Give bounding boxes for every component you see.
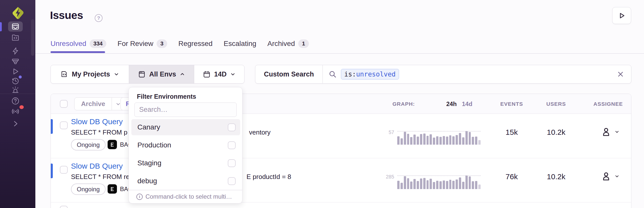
clock-rewind-icon — [11, 76, 20, 85]
column-header-assignee: ASSIGNEE — [583, 101, 633, 107]
env-option-checkbox[interactable] — [228, 123, 236, 131]
chevron-down-icon — [115, 101, 121, 107]
tab-count-badge: 3 — [157, 39, 167, 48]
code-folder-icon — [11, 33, 20, 42]
issue-state-tabs: Unresolved 334 For Review 3 Regressed Es… — [51, 38, 309, 49]
issue-message-continued: E productId = 8 — [246, 173, 291, 181]
issue-search-bar: Custom Search is:unresolved — [255, 65, 631, 84]
events-sparkline — [397, 131, 481, 145]
page-filter-group: My Projects All Envs 14D — [51, 65, 244, 84]
row-checkbox[interactable] — [60, 121, 68, 129]
tab-label: Escalating — [224, 40, 256, 48]
play-icon — [618, 12, 626, 19]
issue-title-link[interactable]: Slow DB Query — [71, 117, 123, 126]
graph-range-14d[interactable]: 14d — [462, 100, 472, 108]
funnel-icon — [11, 57, 20, 66]
env-option-staging[interactable]: Staging — [131, 155, 240, 171]
project-platform-icon — [108, 140, 117, 149]
issue-title-link[interactable]: Slow DB Query — [71, 162, 123, 170]
token-key: is: — [344, 70, 356, 78]
chevron-down-icon — [614, 174, 620, 179]
date-range-filter-button[interactable]: 14D — [194, 65, 244, 83]
tab-for-review[interactable]: For Review 3 — [117, 39, 167, 48]
chevron-down-icon — [230, 71, 236, 77]
calendar-icon — [203, 70, 211, 78]
chevron-right-icon — [12, 120, 19, 127]
whats-new-notification-dot — [19, 105, 24, 109]
sidebar-item-help[interactable] — [8, 96, 23, 106]
env-option-checkbox[interactable] — [228, 177, 236, 185]
env-option-label: debug — [137, 177, 157, 185]
sidebar-item-performance[interactable] — [8, 46, 23, 56]
environments-filter-label: All Envs — [149, 70, 176, 78]
app-logo[interactable] — [11, 6, 25, 20]
sidebar-item-explore[interactable] — [8, 33, 23, 43]
environment-dropdown-title: Filter Environments — [137, 93, 196, 100]
status-badge: Ongoing — [71, 184, 106, 195]
select-all-checkbox[interactable] — [60, 100, 68, 108]
env-option-checkbox[interactable] — [228, 159, 236, 167]
graph-peak-label: 57 — [372, 129, 394, 135]
question-icon — [11, 97, 20, 105]
users-count: 10.2k — [531, 128, 581, 137]
sidebar-active-indicator — [0, 22, 2, 31]
clear-search-icon[interactable] — [616, 70, 625, 78]
projects-filter-button[interactable]: My Projects — [51, 65, 129, 83]
tab-archived[interactable]: Archived 1 — [267, 39, 309, 48]
sidebar-item-replays[interactable] — [8, 66, 23, 76]
issue-message: SELECT * FROM p — [71, 128, 127, 136]
environments-filter-button[interactable]: All Envs — [129, 65, 194, 83]
row-checkbox[interactable] — [60, 166, 68, 174]
sidebar-item-history[interactable] — [8, 76, 23, 86]
broadcast-icon — [11, 107, 20, 116]
column-header-users: USERS — [531, 101, 581, 107]
help-icon[interactable]: ? — [95, 14, 103, 22]
sidebar-divider — [0, 94, 35, 94]
users-count: 10.2k — [531, 172, 581, 181]
custom-search-button[interactable]: Custom Search — [255, 65, 323, 83]
tab-regressed[interactable]: Regressed — [178, 40, 212, 48]
env-option-production[interactable]: Production — [131, 137, 240, 153]
tab-count-badge: 334 — [90, 39, 107, 48]
info-icon: i — [136, 194, 143, 200]
chevron-down-icon — [614, 129, 620, 134]
tab-escalating[interactable]: Escalating — [224, 40, 256, 48]
sidebar — [0, 0, 35, 208]
sidebar-collapse-toggle[interactable] — [8, 119, 23, 129]
sidebar-scrollbar[interactable] — [31, 19, 34, 56]
page-title: Issues — [50, 9, 83, 21]
hint-text: Command-click to select multi… — [145, 193, 232, 200]
column-header-events: EVENTS — [486, 101, 537, 107]
replay-tour-button[interactable] — [612, 7, 631, 24]
archive-button[interactable]: Archive — [75, 98, 112, 110]
assignee-person-icon — [601, 171, 611, 181]
projects-filter-label: My Projects — [72, 70, 110, 78]
events-count: 76k — [486, 172, 537, 181]
graph-range-24h[interactable]: 24h — [446, 100, 457, 108]
sidebar-item-whats-new[interactable] — [8, 106, 23, 116]
environment-search-input[interactable] — [134, 102, 237, 117]
assignee-selector[interactable] — [601, 171, 620, 181]
dropdown-footer-divider — [129, 190, 242, 190]
assignee-selector[interactable] — [601, 126, 620, 137]
sidebar-item-issues[interactable] — [8, 21, 23, 32]
sidebar-item-insights[interactable] — [8, 57, 23, 67]
window-icon — [138, 70, 146, 78]
issue-message-continued: ventory — [249, 128, 270, 136]
env-option-label: Staging — [137, 159, 161, 167]
tab-count-badge: 1 — [298, 39, 309, 48]
env-option-checkbox[interactable] — [228, 141, 236, 149]
status-badge: Ongoing — [71, 139, 106, 150]
row-checkbox[interactable] — [60, 206, 68, 208]
play-icon — [11, 67, 20, 76]
unread-indicator — [51, 119, 53, 134]
lightning-icon — [11, 47, 20, 55]
env-option-canary[interactable]: Canary — [131, 119, 240, 135]
tab-unresolved[interactable]: Unresolved 334 — [51, 39, 106, 48]
env-option-debug[interactable]: debug — [131, 173, 240, 189]
projects-icon — [60, 70, 68, 78]
column-header-graph: GRAPH: — [392, 101, 415, 107]
history-notification-dot — [19, 75, 22, 79]
issues-page: Issues ? Unresolved 334 For Review 3 Reg… — [0, 0, 644, 208]
search-token-is-unresolved[interactable]: is:unresolved — [341, 69, 399, 80]
